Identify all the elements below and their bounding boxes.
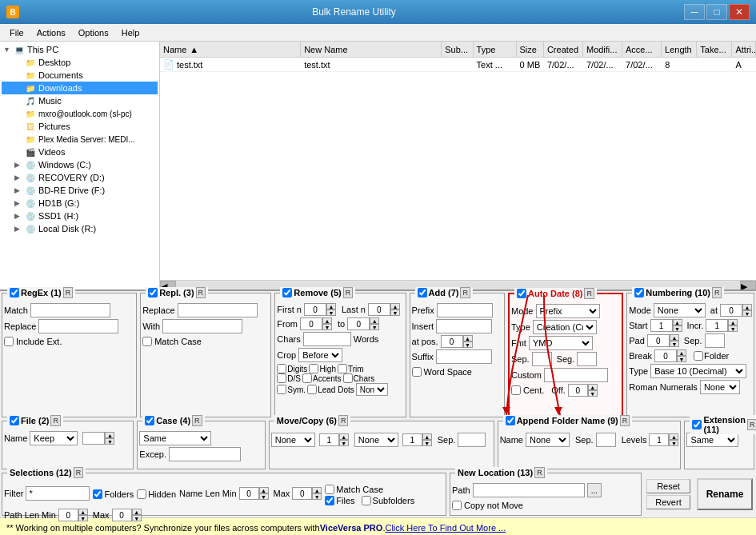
autodate-type-select[interactable]: Creation (Cur... bbox=[533, 320, 597, 334]
autodate-off-spin[interactable]: ▲▼ bbox=[568, 384, 598, 397]
scroll-right-btn[interactable]: ▶ bbox=[740, 281, 756, 290]
add-wordspace-checkbox[interactable] bbox=[412, 367, 422, 377]
numbering-type-select[interactable]: Base 10 (Decimal) bbox=[650, 364, 746, 378]
newlocation-path-input[interactable] bbox=[473, 483, 585, 497]
movecopy-val1-spin[interactable]: ▲▼ bbox=[319, 433, 349, 446]
spin-up[interactable]: ▲ bbox=[463, 335, 473, 341]
file-name-spin[interactable]: ▲▼ bbox=[82, 432, 114, 445]
case-same-select[interactable]: Same bbox=[139, 431, 211, 445]
spin-dn[interactable]: ▼ bbox=[390, 309, 400, 316]
remove-to-spin[interactable]: ▲▼ bbox=[347, 317, 379, 330]
case-enabled-checkbox[interactable] bbox=[145, 416, 154, 425]
numbering-pad-spin[interactable]: ▲▼ bbox=[647, 334, 679, 347]
extension-enabled-checkbox[interactable] bbox=[692, 420, 702, 429]
selections-r-btn[interactable]: R bbox=[74, 467, 84, 478]
spin-dn[interactable]: ▼ bbox=[422, 440, 432, 446]
movecopy-r-btn[interactable]: R bbox=[338, 415, 349, 426]
col-taken[interactable]: Take... bbox=[697, 42, 732, 57]
autodate-r-btn[interactable]: R bbox=[584, 288, 594, 299]
tree-item-pictures[interactable]: 🖼 Pictures bbox=[2, 120, 158, 133]
selections-matchcase-checkbox[interactable] bbox=[325, 485, 334, 494]
regex-match-input[interactable] bbox=[30, 303, 110, 317]
selections-pathlen-input[interactable] bbox=[58, 509, 78, 521]
movecopy-val2-input[interactable] bbox=[402, 433, 422, 446]
col-newname[interactable]: New Name bbox=[301, 42, 442, 57]
selections-namelen-input[interactable] bbox=[239, 487, 259, 500]
numbering-start-input[interactable] bbox=[650, 319, 673, 332]
col-accessed[interactable]: Acce... bbox=[622, 42, 662, 57]
selections-files-checkbox[interactable] bbox=[325, 496, 334, 505]
spin-up[interactable]: ▲ bbox=[326, 303, 336, 309]
spin-dn[interactable]: ▼ bbox=[677, 356, 686, 362]
add-atpos-input[interactable] bbox=[441, 335, 463, 348]
case-r-btn[interactable]: R bbox=[192, 415, 202, 426]
tree-item-music[interactable]: 🎵 Music bbox=[2, 94, 158, 107]
tree-item-downloads[interactable]: 📁 Downloads bbox=[2, 82, 158, 94]
col-size[interactable]: Size bbox=[517, 42, 544, 57]
selections-max2-spin[interactable]: ▲▼ bbox=[112, 509, 142, 521]
menu-options[interactable]: Options bbox=[72, 26, 115, 39]
numbering-incr-spin[interactable]: ▲▼ bbox=[706, 319, 738, 332]
tree-item-desktop[interactable]: 📁 Desktop bbox=[2, 56, 158, 69]
autodate-cent-checkbox[interactable] bbox=[511, 385, 521, 395]
newlocation-browse-button[interactable]: ... bbox=[587, 483, 602, 497]
repl-with-input[interactable] bbox=[162, 319, 242, 333]
spin-dn[interactable]: ▼ bbox=[105, 438, 114, 445]
numbering-roman-select[interactable]: None bbox=[700, 380, 740, 394]
autodate-seg-input[interactable] bbox=[577, 352, 597, 366]
click-here-link[interactable]: Click Here To Find Out More ... bbox=[385, 523, 506, 533]
col-attr[interactable]: Attri... bbox=[732, 42, 756, 57]
file-r-btn[interactable]: R bbox=[50, 415, 61, 426]
col-created[interactable]: Created bbox=[544, 42, 583, 57]
spin-dn[interactable]: ▼ bbox=[326, 309, 336, 316]
remove-r-btn[interactable]: R bbox=[343, 287, 354, 298]
tree-item-thispc[interactable]: ▼ 💻 This PC bbox=[2, 43, 158, 56]
numbering-at-spin[interactable]: ▲▼ bbox=[720, 304, 752, 317]
numbering-r-btn[interactable]: R bbox=[712, 287, 722, 298]
remove-trim-cb[interactable] bbox=[338, 364, 347, 373]
selections-max-input[interactable] bbox=[292, 487, 312, 500]
remove-crop-select[interactable]: Before bbox=[298, 348, 342, 362]
spin-up[interactable]: ▲ bbox=[78, 509, 88, 515]
remove-from-input[interactable] bbox=[300, 317, 322, 330]
remove-sym-cb[interactable] bbox=[277, 385, 286, 394]
numbering-mode-select[interactable]: None bbox=[654, 303, 706, 317]
selections-hidden-checkbox[interactable] bbox=[137, 489, 146, 499]
selections-pathlen-spin[interactable]: ▲▼ bbox=[58, 509, 88, 521]
add-r-btn[interactable]: R bbox=[460, 287, 470, 298]
selections-folders-checkbox[interactable] bbox=[93, 489, 102, 499]
newlocation-r-btn[interactable]: R bbox=[534, 467, 545, 478]
numbering-enabled-checkbox[interactable] bbox=[634, 288, 644, 297]
revert-button[interactable]: Revert bbox=[646, 495, 690, 509]
autodate-custom-input[interactable] bbox=[544, 368, 608, 382]
spin-dn[interactable]: ▼ bbox=[588, 390, 598, 397]
regex-r-btn[interactable]: R bbox=[63, 287, 74, 298]
table-row[interactable]: 📄 test.txt test.txt Text ... 0 MB 7/02/.… bbox=[160, 58, 756, 72]
remove-firstn-input[interactable] bbox=[304, 303, 326, 316]
repl-r-btn[interactable]: R bbox=[196, 287, 206, 298]
spin-dn[interactable]: ▼ bbox=[259, 493, 269, 500]
remove-lastn-input[interactable] bbox=[368, 303, 390, 316]
folder-tree[interactable]: ▼ 💻 This PC 📁 Desktop 📁 Documents 📁 Down… bbox=[0, 42, 160, 289]
tree-item-f[interactable]: ▶ 💿 BD-RE Drive (F:) bbox=[2, 184, 158, 197]
extension-same-select[interactable]: Same bbox=[686, 433, 738, 447]
regex-enabled-checkbox[interactable] bbox=[10, 288, 19, 297]
appendfolder-name-select[interactable]: None bbox=[526, 433, 570, 447]
tree-item-plex[interactable]: 📁 Plex Media Server: MEDI... bbox=[2, 133, 158, 146]
col-name[interactable]: Name ▲ bbox=[160, 42, 301, 57]
remove-leaddots-cb[interactable] bbox=[307, 385, 317, 394]
spin-dn[interactable]: ▼ bbox=[78, 515, 88, 521]
movecopy-none2-select[interactable]: None bbox=[354, 433, 398, 447]
tree-item-d[interactable]: ▶ 💿 RECOVERY (D:) bbox=[2, 171, 158, 184]
spin-dn[interactable]: ▼ bbox=[463, 341, 473, 348]
reset-button[interactable]: Reset bbox=[646, 479, 690, 493]
tree-item-documents[interactable]: 📁 Documents bbox=[2, 69, 158, 82]
spin-up[interactable]: ▲ bbox=[390, 303, 400, 309]
maximize-button[interactable]: □ bbox=[706, 4, 727, 20]
autodate-sep-input[interactable] bbox=[532, 352, 552, 366]
regex-include-ext-checkbox[interactable] bbox=[4, 337, 14, 346]
movecopy-val1-input[interactable] bbox=[319, 433, 339, 446]
regex-replace-input[interactable] bbox=[38, 319, 118, 333]
file-name-select[interactable]: Keep bbox=[30, 431, 78, 445]
col-type[interactable]: Type bbox=[474, 42, 517, 57]
